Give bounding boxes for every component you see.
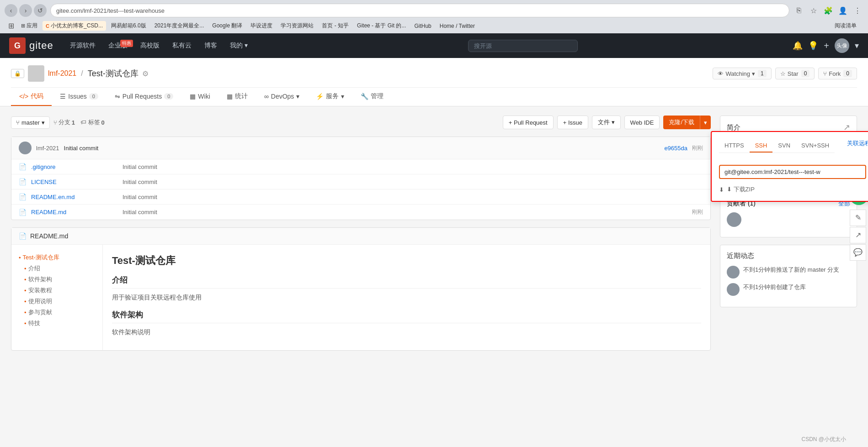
services-dropdown-icon: ▾ [341,93,344,100]
apps-icon[interactable]: ⊞ [8,21,14,30]
file-btn[interactable]: 文件 ▾ [592,116,621,129]
mail163-label: 网易邮箱6.0版 [111,22,146,30]
tab-svn[interactable]: SVN [772,139,796,153]
nav-enterprise[interactable]: 企业版 特惠 [103,39,133,53]
tab-devops[interactable]: ∞ DevOps ▾ [256,88,308,106]
repo-name[interactable]: Test-测试仓库 [88,68,138,79]
toc-item-main[interactable]: Test-测试仓库 [19,252,95,263]
toc-main-label: Test-测试仓库 [23,253,59,262]
back-button[interactable]: ‹ [5,4,17,17]
gitee-logo-icon: G [9,37,26,54]
bookmark-twitter[interactable]: Home / Twitter [437,22,478,30]
star-count: 0 [801,70,810,77]
extensions-icon[interactable]: 🧩 [822,5,834,16]
bookmark-gitee[interactable]: Gitee - 基于 Git 的... [354,21,409,31]
clone-url-input[interactable] [719,165,866,179]
cast-icon[interactable]: ⎘ [793,5,805,16]
bookmark-learning[interactable]: 学习资源网站 [277,21,317,31]
edit-float-btn[interactable]: ✎ [850,210,866,226]
nav-university[interactable]: 高校版 [135,39,165,53]
search-input[interactable] [468,40,578,52]
external-float-btn[interactable]: ↗ [850,227,866,243]
commit-hash[interactable]: e9655da [664,145,687,152]
file-name-license[interactable]: LICENSE [31,179,122,185]
toc-item-usage[interactable]: 使用说明 [24,296,95,307]
bookmark-apps[interactable]: ⊞ 应用 [18,21,41,31]
file-name-readme-en[interactable]: README.en.md [31,194,122,200]
bulb-icon[interactable]: 💡 [808,41,818,51]
tab-stats[interactable]: ▦ 统计 [218,88,256,106]
relate-remote-link[interactable]: 关联远程仓库使用 [847,139,868,147]
tab-services[interactable]: ⚡ 服务 ▾ [308,88,352,106]
toc-item-contrib[interactable]: 参与贡献 [24,307,95,318]
refresh-button[interactable]: ↺ [34,4,47,17]
gitee-logo[interactable]: G gitee [9,37,53,54]
github-label: GitHub [414,23,431,29]
toolbar-row: ⑂ master ▾ ⑂ 分支 1 🏷 标签 0 + Pull Request … [11,116,711,129]
nav-blog[interactable]: 博客 [199,39,223,53]
readme-heading: Test-测试仓库 [112,254,701,268]
webide-btn[interactable]: Web IDE [624,116,660,129]
bookmark-readlist[interactable]: 阅读清单 [831,21,860,31]
issue-btn[interactable]: + Issue [557,116,588,129]
star-btn[interactable]: ☆ Star 0 [775,68,815,79]
branches-link[interactable]: ⑂ 分支 1 [53,118,75,126]
tab-issues[interactable]: ☰ Issues 0 [52,88,107,106]
star-icon[interactable]: ☆ [808,5,820,16]
pull-request-btn[interactable]: + Pull Request [503,116,554,129]
menu-icon[interactable]: ⋮ [852,5,863,16]
bookmark-google-translate[interactable]: Google 翻译 [209,21,245,31]
repo-settings-icon[interactable]: ⚙ [142,69,149,78]
toc-item-arch[interactable]: 软件架构 [24,274,95,285]
pr-icon: ⇋ [115,93,120,100]
contributor-avatar[interactable] [727,212,741,227]
forward-button[interactable]: › [19,4,32,17]
fork-btn[interactable]: ⑂ Fork 0 [818,68,857,79]
tab-ssh[interactable]: SSH [750,139,773,153]
tab-https[interactable]: HTTPS [719,139,750,153]
notification-icon[interactable]: 🔔 [793,41,803,51]
plus-icon[interactable]: + [824,41,829,51]
avatar-dropdown-icon[interactable]: ▾ [855,41,859,51]
avatar[interactable]: 头像 [835,38,849,53]
file-name-readme[interactable]: README.md [31,209,122,216]
clone-download-btn[interactable]: ⬇ ⬇ 下载ZIP [719,185,755,194]
file-icon: 📄 [19,193,27,200]
tags-link[interactable]: 🏷 标签 0 [80,118,105,126]
tab-stats-label: 统计 [235,92,248,100]
toc-item-tricks[interactable]: 特技 [24,318,95,329]
tab-manage[interactable]: 🔧 管理 [352,88,392,106]
file-name-gitignore[interactable]: .gitignore [31,163,122,170]
eye-icon: 👁 [718,70,724,77]
tab-code[interactable]: </> 代码 [11,88,52,106]
bookmark-graduation[interactable]: 毕设进度 [247,21,276,31]
bookmark-github[interactable]: GitHub [411,22,434,30]
clone-btn[interactable]: 克隆/下载 [663,116,700,129]
activity-text-0: 不到1分钟前推送了新的 master 分支 [743,266,839,274]
nav-mine[interactable]: 我的 ▾ [224,39,253,53]
profile-icon[interactable]: 👤 [837,5,849,16]
toc-tricks-label: 特技 [28,319,40,327]
nav-opensource[interactable]: 开源软件 [64,39,101,53]
bookmark-csdn[interactable]: C 小优太的博客_CSD... [43,21,106,31]
tab-svn-ssh[interactable]: SVN+SSH [796,139,835,153]
repo-actions: 👁 Watching ▾ 1 ☆ Star 0 ⑂ Fork 0 [713,68,857,79]
bookmark-2021[interactable]: 2021年度全网最全... [151,21,208,31]
repo-nav: </> 代码 ☰ Issues 0 ⇋ Pull Requests 0 ▦ Wi… [11,87,857,106]
branch-selector[interactable]: ⑂ master ▾ [11,116,50,129]
toc-item-install[interactable]: 安装教程 [24,285,95,296]
comment-float-btn[interactable]: 💬 [850,244,866,261]
clone-btn-group: 克隆/下载 ▾ HTTPS SSH SVN SVN+SSH [663,116,711,129]
bookmark-163mail[interactable]: 网易邮箱6.0版 [108,21,149,31]
toc-item-intro[interactable]: 介绍 [24,263,95,274]
b2021-label: 2021年度全网最全... [154,22,204,30]
bookmark-zhihu[interactable]: 首页 - 知乎 [319,21,352,31]
repo-owner[interactable]: lmf-2021 [48,69,76,78]
watching-btn[interactable]: 👁 Watching ▾ 1 [713,68,771,79]
nav-private-cloud[interactable]: 私有云 [167,39,197,53]
tab-devops-label: DevOps [271,93,294,100]
tab-pullrequests[interactable]: ⇋ Pull Requests 0 [107,88,182,106]
tab-wiki[interactable]: ▦ Wiki [181,88,218,106]
address-bar[interactable]: gitee.com/lmf-2021/test---test-warehouse [50,4,789,17]
clone-dropdown-arrow[interactable]: ▾ [700,116,711,129]
